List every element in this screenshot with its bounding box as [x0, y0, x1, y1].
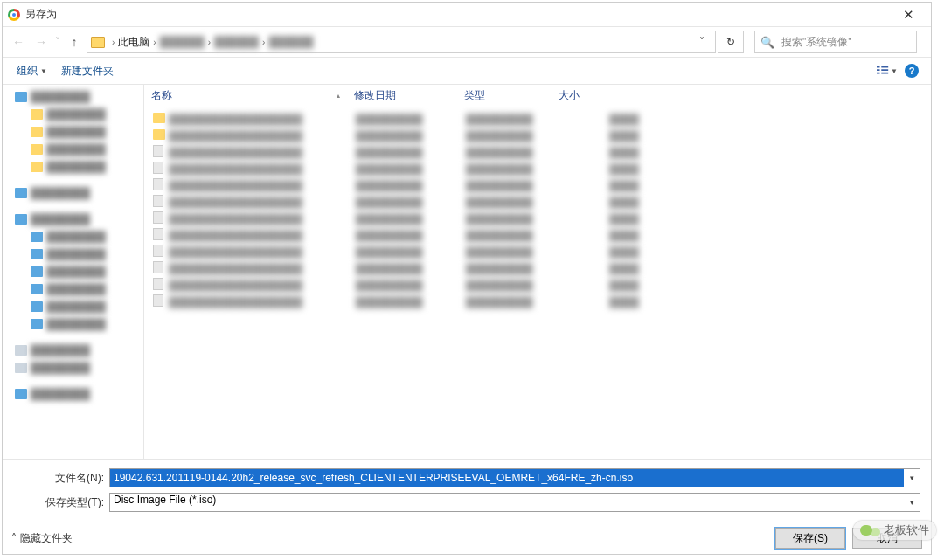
tree-item[interactable]: ████████: [3, 158, 143, 176]
file-row[interactable]: ████████████████████████████████████████: [153, 194, 922, 211]
cell-name: ██████████████████: [169, 180, 356, 192]
new-folder-button[interactable]: 新建文件夹: [56, 61, 119, 81]
help-button[interactable]: ?: [901, 60, 922, 81]
cell-mod: █████████: [356, 163, 466, 176]
tree-item[interactable]: ████████: [3, 385, 143, 403]
cell-name: ██████████████████: [169, 280, 356, 292]
chevron-right-icon[interactable]: ›: [108, 38, 118, 47]
organize-label: 组织: [17, 64, 38, 79]
filetype-field[interactable]: Disc Image File (*.iso) ▾: [109, 493, 920, 512]
file-rows[interactable]: ████████████████████████████████████████…: [144, 107, 931, 459]
tree-item[interactable]: ████████: [3, 280, 143, 298]
up-button[interactable]: ↑: [64, 31, 85, 52]
hide-folders-toggle[interactable]: ˄ 隐藏文件夹: [11, 531, 73, 546]
tree-item[interactable]: ████████: [3, 263, 143, 280]
svg-rect-2: [877, 73, 880, 74]
tree-item[interactable]: ████████: [3, 184, 143, 202]
file-row[interactable]: ████████████████████████████████████████: [153, 227, 922, 244]
tree-item-label: ████████: [46, 301, 106, 313]
chevron-right-icon[interactable]: ›: [149, 38, 159, 47]
cell-mod: █████████: [356, 296, 466, 308]
cell-name: ██████████████████: [169, 230, 356, 242]
address-dropdown[interactable]: ˅: [692, 36, 711, 48]
nav-history-dropdown[interactable]: ˅: [53, 36, 62, 48]
column-size[interactable]: 大小: [552, 88, 630, 103]
tree-item[interactable]: ████████: [3, 123, 143, 141]
breadcrumb-segment[interactable]: ██████: [214, 36, 259, 48]
file-icon: [153, 245, 169, 259]
search-box[interactable]: 🔍: [754, 31, 917, 53]
column-modified[interactable]: 修改日期: [347, 88, 457, 103]
tree-item[interactable]: ████████: [3, 88, 143, 106]
back-button[interactable]: ←: [8, 31, 29, 52]
cell-mod: █████████: [356, 246, 466, 259]
file-icon: [153, 278, 169, 293]
svg-rect-0: [877, 66, 880, 68]
file-row[interactable]: ████████████████████████████████████████: [153, 161, 922, 177]
toolbar: 组织 ▼ 新建文件夹 ▼ ?: [3, 57, 931, 85]
file-row[interactable]: ████████████████████████████████████████: [153, 277, 922, 294]
filename-field[interactable]: ▾: [109, 468, 920, 487]
cell-type: █████████: [466, 230, 560, 242]
drive-icon: [31, 249, 43, 259]
tree-item[interactable]: ████████: [3, 342, 143, 359]
file-icon: [153, 195, 169, 210]
navigation-tree[interactable]: ████████████████████████████████████████…: [3, 85, 144, 459]
tree-item[interactable]: ████████: [3, 359, 143, 377]
breadcrumb-segment[interactable]: ██████: [160, 36, 205, 48]
tree-item[interactable]: ████████: [3, 228, 143, 245]
column-type[interactable]: 类型: [457, 88, 552, 103]
forward-button[interactable]: →: [31, 31, 52, 52]
filename-dropdown[interactable]: ▾: [904, 469, 920, 487]
chevron-right-icon[interactable]: ›: [259, 38, 268, 47]
tree-item[interactable]: ████████: [3, 211, 143, 228]
chevron-right-icon[interactable]: ›: [205, 38, 214, 47]
file-row[interactable]: ████████████████████████████████████████: [153, 128, 922, 144]
tree-item-label: ████████: [31, 362, 90, 374]
chrome-icon: [8, 9, 20, 21]
file-row[interactable]: ████████████████████████████████████████: [153, 211, 922, 227]
tree-item[interactable]: ████████: [3, 298, 143, 315]
file-row[interactable]: ████████████████████████████████████████: [153, 260, 922, 277]
breadcrumb-this-pc[interactable]: 此电脑: [118, 35, 149, 50]
tree-item[interactable]: ████████: [3, 106, 143, 123]
folder-icon: [31, 144, 43, 155]
view-options-button[interactable]: ▼: [877, 60, 898, 81]
tree-item-label: ████████: [31, 187, 90, 199]
address-bar[interactable]: › 此电脑 › ██████ › ██████ › ██████ ˅: [87, 31, 716, 53]
file-row[interactable]: ████████████████████████████████████████: [153, 177, 922, 194]
folder-icon: [31, 162, 43, 172]
organize-button[interactable]: 组织 ▼: [11, 61, 52, 81]
file-icon: [153, 228, 169, 243]
new-folder-label: 新建文件夹: [61, 64, 114, 79]
cell-type: █████████: [466, 263, 560, 275]
wechat-watermark: 老板软件: [853, 521, 936, 540]
tree-item-label: ████████: [46, 108, 106, 121]
cell-type: █████████: [466, 213, 560, 225]
cell-type: █████████: [466, 280, 560, 292]
titlebar: 另存为 ✕: [3, 3, 931, 27]
sort-indicator-icon: ▴: [179, 92, 340, 100]
file-row[interactable]: ████████████████████████████████████████: [153, 294, 922, 310]
help-icon: ?: [905, 64, 919, 78]
column-name[interactable]: 名称 ▴: [144, 88, 347, 103]
tree-item[interactable]: ████████: [3, 141, 143, 158]
file-row[interactable]: ████████████████████████████████████████: [153, 144, 922, 161]
cell-size: ████: [560, 114, 639, 126]
file-row[interactable]: ████████████████████████████████████████: [153, 111, 922, 128]
filetype-select[interactable]: Disc Image File (*.iso): [110, 494, 904, 511]
close-button[interactable]: ✕: [891, 3, 926, 27]
filename-input[interactable]: [110, 469, 904, 487]
refresh-button[interactable]: ↻: [718, 31, 744, 53]
save-button[interactable]: 保存(S): [775, 528, 845, 549]
folder-icon: [153, 113, 169, 126]
breadcrumb-segment[interactable]: ██████: [268, 36, 313, 48]
filetype-dropdown[interactable]: ▾: [904, 494, 920, 511]
file-icon: [153, 145, 169, 160]
tree-item[interactable]: ████████: [3, 315, 143, 333]
tree-item[interactable]: ████████: [3, 245, 143, 263]
file-row[interactable]: ████████████████████████████████████████: [153, 244, 922, 260]
drive-icon: [31, 266, 43, 277]
search-input[interactable]: [780, 35, 914, 49]
folder-icon: [31, 127, 43, 137]
